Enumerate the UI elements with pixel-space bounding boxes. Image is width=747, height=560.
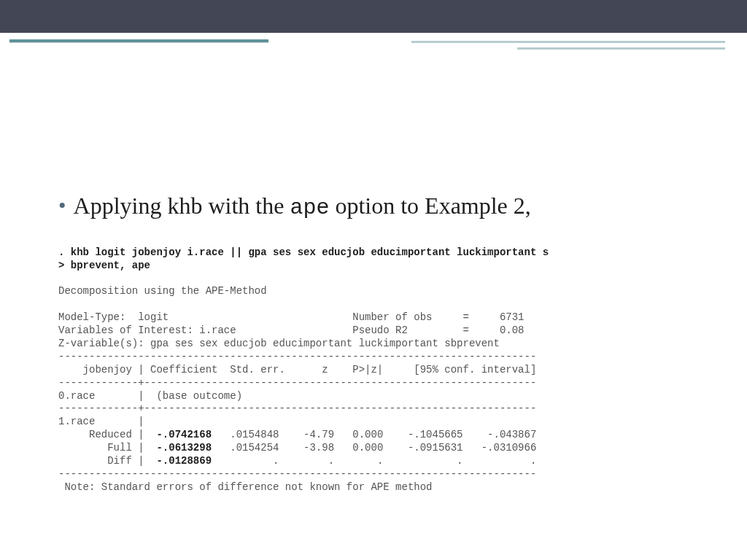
stata-zvars-line: Z-variable(s): gpa ses sex educjob educi… [58, 338, 500, 349]
row-reduced-left: Reduced | [58, 429, 156, 440]
slide-body: • Applying khb with the ape option to Ex… [0, 53, 747, 494]
row-reduced-rest: .0154848 -4.79 0.000 -.1045665 -.043867 [212, 429, 536, 440]
stata-title: Decomposition using the APE-Method [58, 285, 267, 297]
stata-group-row: 1.race | [58, 416, 144, 427]
stata-rule-bottom: ----------------------------------------… [58, 468, 536, 480]
row-diff-coef: -.0128869 [156, 455, 212, 467]
accent-left [9, 39, 268, 42]
row-full-left: Full | [58, 442, 156, 454]
row-diff-left: Diff | [58, 455, 156, 467]
stata-output: . khb logit jobenjoy i.race || gpa ses s… [58, 246, 696, 494]
stata-rule-top: ----------------------------------------… [58, 351, 536, 362]
bullet-row: • Applying khb with the ape option to Ex… [58, 192, 696, 222]
stata-rule-t1: -------------+--------------------------… [58, 377, 536, 389]
stata-base-row: 0.race | (base outcome) [58, 390, 242, 402]
bullet-prefix: Applying khb with the [74, 192, 290, 219]
row-full-coef: -.0613298 [156, 442, 212, 454]
stata-note: Note: Standard errors of difference not … [58, 481, 432, 493]
row-diff-rest: . . . . . [212, 455, 536, 467]
stata-vars-line: Variables of Interest: i.race Pseudo R2 … [58, 324, 525, 336]
slide-header-bar [0, 0, 747, 33]
inline-code-ape: ape [290, 195, 329, 220]
accent-right-lower [517, 47, 725, 50]
stata-rule-t2: -------------+--------------------------… [58, 402, 536, 414]
stata-model-line: Model-Type: logit Number of obs = 6731 [58, 311, 525, 323]
bullet-dot: • [58, 195, 66, 217]
stata-col-header: jobenjoy | Coefficient Std. err. z P>|z|… [58, 364, 536, 376]
bullet-text: Applying khb with the ape option to Exam… [74, 192, 531, 222]
accent-right-upper [411, 41, 725, 43]
row-full-rest: .0154254 -3.98 0.000 -.0915631 -.0310966 [212, 442, 536, 454]
row-reduced-coef: -.0742168 [156, 429, 212, 440]
stata-cmd-line1: . khb logit jobenjoy i.race || gpa ses s… [58, 246, 549, 258]
accent-row [0, 33, 747, 53]
bullet-suffix: option to Example 2, [329, 192, 530, 219]
stata-cmd-line2: > bprevent, ape [58, 260, 150, 271]
